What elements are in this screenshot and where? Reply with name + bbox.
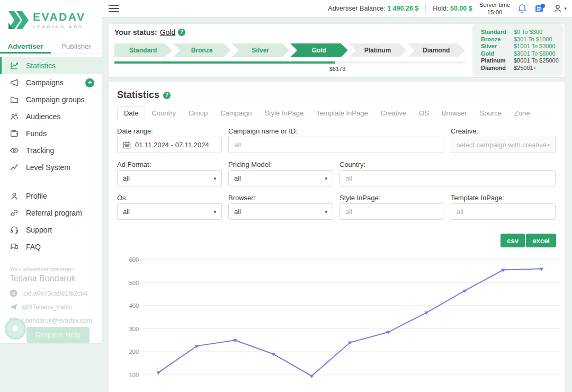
manager-caption: Your advertiser manager (10, 266, 92, 272)
user-account-menu[interactable]: ▾ (552, 3, 567, 14)
sidebar-item-audiences[interactable]: Audiences (0, 108, 102, 125)
tab-campaign[interactable]: Campaign (214, 107, 258, 120)
tier-step-bronze: Bronze (173, 43, 231, 57)
sidebar-item-level-system[interactable]: Level System (0, 159, 102, 176)
country-input[interactable] (339, 170, 556, 186)
calendar-icon (123, 141, 131, 149)
tab-group[interactable]: Group (182, 107, 214, 120)
status-title: Your status: Gold ? (114, 28, 185, 37)
logo-subtext: LEADING ADS (33, 24, 85, 29)
sidebar-item-campaigns[interactable]: Campaigns + (0, 74, 102, 91)
caret-down-icon: ▾ (213, 209, 216, 215)
hamburger-menu-icon[interactable] (109, 5, 119, 12)
hold-label: Hold: (433, 5, 448, 12)
tab-publisher[interactable]: Publisher (51, 40, 102, 54)
tab-style-inpage[interactable]: Style InPage (258, 107, 310, 120)
sidebar-menu: Statistics Campaigns + Campaign groups A… (0, 57, 102, 255)
logo-text: EVADAV (33, 11, 85, 23)
hold-value: 50.00 $ (450, 5, 472, 12)
svg-text:300: 300 (129, 326, 139, 332)
tier-range-row: Platinum$8001 To $25000 (481, 57, 563, 65)
ad-format-label: Ad Format: (117, 161, 151, 168)
balance-value: 1 490.26 $ (387, 5, 418, 12)
notifications-bell-icon[interactable] (517, 3, 528, 14)
export-csv-button[interactable]: csv (501, 234, 525, 247)
sidebar-item-campaign-groups[interactable]: Campaign groups (0, 91, 102, 108)
tab-country[interactable]: Country (145, 107, 182, 120)
ad-format-select[interactable]: all ▾ (117, 170, 222, 186)
advertiser-manager-block: Your advertiser manager Tetiana Bondaruk… (10, 266, 92, 324)
pricing-model-select[interactable]: all ▾ (228, 170, 333, 186)
user-icon (552, 3, 563, 14)
request-help-button[interactable]: Request Help (26, 327, 90, 343)
sidebar: EVADAV LEADING ADS Advertiser Publisher … (0, 0, 102, 343)
status-value-link[interactable]: Gold (160, 28, 176, 37)
style-inpage-label: Style InPage: (339, 194, 380, 202)
chart-area: 100200300400500600 (109, 249, 565, 392)
tier-progress-fill (114, 61, 335, 64)
creative-select[interactable]: select campaign with creative ▾ (451, 137, 556, 153)
server-time: Server time 15:00 (479, 1, 511, 16)
svg-text:200: 200 (129, 349, 139, 355)
tier-range-row: Gold$3001 To $8000 (481, 50, 563, 58)
campaign-input[interactable] (228, 137, 444, 153)
chat-bell-widget[interactable] (5, 318, 26, 340)
svg-text:600: 600 (129, 256, 139, 263)
hold-balance: Hold: 50.00 $ (433, 5, 472, 12)
line-chart: 100200300400500600 (109, 249, 565, 392)
statistics-title: Statistics ? (117, 90, 171, 101)
manager-skype[interactable]: S .cid.a0e73ca581fb2cb4 (10, 289, 92, 297)
role-tabs: Advertiser Publisher (0, 40, 102, 54)
tab-template-inpage[interactable]: Template InPage (310, 107, 374, 120)
sidebar-item-referral-program[interactable]: Referral program (0, 204, 102, 221)
manager-telegram[interactable]: @BTetiana_traffic (10, 303, 92, 311)
tier-progress-amount: $6173 (326, 66, 349, 72)
export-excel-button[interactable]: excel (526, 234, 556, 247)
tier-step-gold: Gold (290, 43, 348, 57)
tab-date[interactable]: Date (117, 106, 145, 120)
tab-source[interactable]: Source (473, 107, 508, 120)
os-select[interactable]: all ▾ (117, 203, 222, 220)
sidebar-item-tracking[interactable]: Tracking (0, 142, 102, 159)
headset-icon (10, 225, 19, 235)
tab-advertiser[interactable]: Advertiser (0, 40, 51, 54)
folder-icon (10, 95, 19, 104)
sidebar-item-profile[interactable]: Profile (0, 188, 102, 204)
tab-os[interactable]: OS (413, 107, 435, 120)
style-inpage-input[interactable] (339, 203, 444, 220)
template-inpage-label: Template InPage: (451, 194, 504, 202)
sidebar-item-statistics[interactable]: Statistics (0, 57, 102, 74)
sidebar-item-support[interactable]: Support (0, 221, 102, 238)
tier-range-row: Diamond$25001+ (481, 65, 563, 72)
date-range-picker[interactable]: 01.11.2024 - 07.11.2024 (117, 137, 222, 153)
tab-creative[interactable]: Creative (374, 107, 413, 120)
statistics-help-icon[interactable]: ? (163, 92, 171, 99)
logo-chevrons-icon (8, 11, 29, 29)
browser-label: Browser: (228, 194, 255, 202)
template-inpage-input[interactable] (451, 203, 556, 220)
caret-down-icon: ▾ (213, 176, 216, 181)
topbar: Advertiser Balance: 1 490.26 $ Hold: 50.… (102, 0, 572, 17)
caret-down-icon: ▾ (325, 209, 327, 215)
megaphone-icon (10, 78, 19, 87)
status-help-icon[interactable]: ? (178, 29, 185, 36)
svg-text:500: 500 (129, 280, 139, 286)
tab-zone[interactable]: Zone (508, 107, 537, 120)
tier-progress-bar (114, 61, 465, 64)
chat-bubbles-icon (10, 242, 19, 252)
add-campaign-button[interactable]: + (85, 78, 94, 87)
sidebar-item-funds[interactable]: Funds (0, 125, 102, 142)
os-label: Os: (117, 194, 128, 202)
tier-step-silver: Silver (231, 43, 289, 57)
country-label: Country: (339, 161, 365, 168)
evadav-logo[interactable]: EVADAV LEADING ADS (8, 11, 85, 29)
browser-select[interactable]: all ▾ (228, 203, 333, 220)
statistics-tabs: Date Country Group Campaign Style InPage… (117, 107, 556, 120)
tab-browser[interactable]: Browser (435, 107, 473, 120)
svg-text:S: S (12, 291, 15, 296)
telegram-icon (10, 303, 17, 311)
sidebar-item-faq[interactable]: FAQ (0, 238, 102, 255)
caret-down-icon: ▾ (325, 176, 327, 181)
link-icon (10, 208, 19, 218)
news-icon[interactable] (534, 3, 546, 14)
